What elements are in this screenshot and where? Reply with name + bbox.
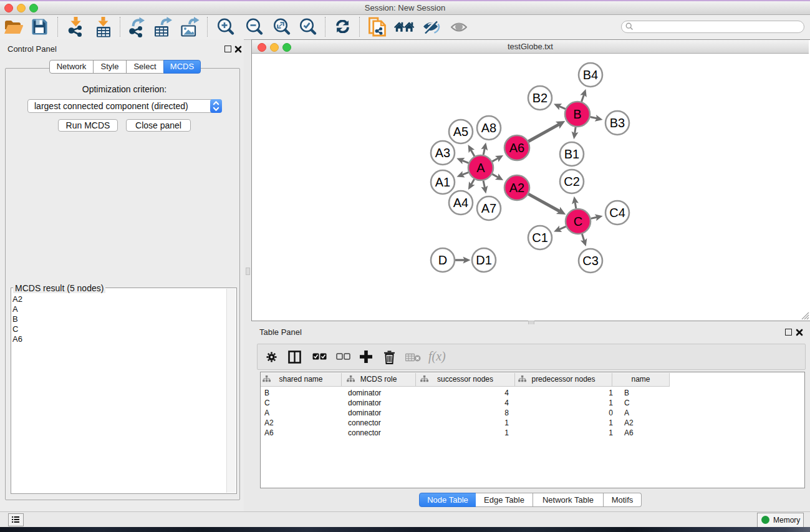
svg-text:A7: A7 (481, 201, 496, 215)
svg-text:A2: A2 (509, 181, 524, 195)
svg-text:B: B (573, 107, 581, 121)
svg-text:C3: C3 (582, 254, 599, 268)
svg-text:C: C (574, 215, 582, 228)
svg-text:C2: C2 (564, 175, 580, 188)
svg-text:D: D (438, 253, 447, 267)
svg-text:A3: A3 (435, 146, 450, 160)
svg-text:A5: A5 (453, 125, 468, 138)
svg-text:A8: A8 (481, 121, 496, 135)
svg-text:A6: A6 (509, 141, 524, 155)
svg-text:D1: D1 (476, 253, 492, 267)
svg-text:C1: C1 (532, 231, 548, 244)
svg-text:A: A (476, 161, 485, 175)
svg-text:B4: B4 (583, 68, 598, 82)
svg-text:A4: A4 (453, 196, 468, 210)
svg-text:B1: B1 (564, 147, 579, 161)
svg-text:B2: B2 (533, 91, 547, 105)
svg-text:A1: A1 (435, 175, 450, 189)
svg-text:B3: B3 (610, 116, 625, 130)
svg-text:C4: C4 (609, 206, 625, 220)
